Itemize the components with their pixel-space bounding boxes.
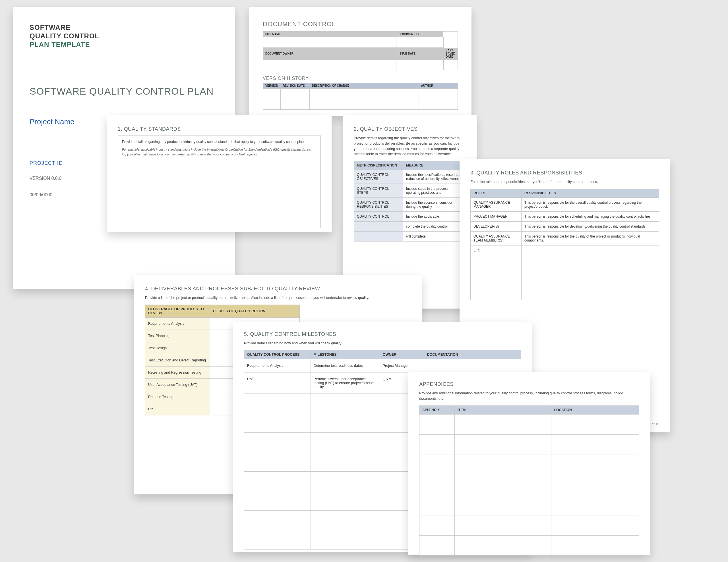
th-process: QUALITY CONTROL PROCESS bbox=[244, 350, 311, 359]
heading-appendices: APPENDICES bbox=[419, 381, 639, 387]
document-title: SOFTWARE QUALITY CONTROL PLAN bbox=[30, 86, 218, 97]
role-k: ETC. bbox=[471, 245, 522, 260]
heading-deliverables: 4. DELIVERABLES AND PROCESSES SUBJECT TO… bbox=[145, 286, 411, 292]
th-version: VERSION bbox=[263, 83, 281, 88]
subsection-version-history: VERSION HISTORY bbox=[263, 76, 458, 81]
deliverables-lead: Provide a list of the project or product… bbox=[145, 295, 412, 300]
obj-row-v: Include steps in the process operating p… bbox=[403, 184, 466, 198]
th-location: LOCATION bbox=[551, 405, 639, 414]
obj-row-k: QUALITY CONTROL OBJECTIVES bbox=[354, 170, 403, 184]
th-file-name: FILE NAME bbox=[263, 32, 396, 37]
heading-quality-roles: 3. QUALITY ROLES AND RESPONSIBILITIES bbox=[470, 170, 659, 176]
appendices-lead: Provide any additional information relat… bbox=[419, 391, 639, 401]
deliverable-row: Test Execution and Defect Reporting bbox=[145, 354, 210, 366]
obj-row-v: Include the specifications, resources, r… bbox=[403, 170, 466, 184]
deliverable-row: Requirements Analysis bbox=[145, 317, 210, 329]
appendices-table: APPENDIX ITEM LOCATION bbox=[419, 405, 639, 556]
obj-row-v: will complete bbox=[403, 232, 466, 242]
th-document-owner: DOCUMENT OWNER bbox=[263, 48, 396, 60]
mile-owner: Project Manager bbox=[380, 359, 424, 372]
obj-row-v: Include the sponsors, consider during th… bbox=[403, 198, 466, 212]
th-responsibilities: RESPONSIBILITIES bbox=[522, 189, 659, 198]
roles-lead: Enter the roles and responsibilities tha… bbox=[470, 179, 659, 185]
standards-instruction-box: Provide details regarding any product or… bbox=[118, 136, 321, 228]
role-k: PROJECT MANAGER bbox=[471, 212, 522, 221]
deliverable-row: Release Testing bbox=[145, 391, 210, 403]
th-measure: MEASURE bbox=[403, 161, 466, 170]
deliverable-row: Test Planning bbox=[145, 329, 210, 342]
template-title-line2: QUALITY CONTROL bbox=[30, 32, 218, 40]
objectives-lead: Provide details regarding the quality co… bbox=[354, 136, 466, 157]
role-k: QUALITY ASSURANCE MANAGER bbox=[471, 198, 522, 212]
role-v: This person is responsible for the overa… bbox=[522, 198, 659, 212]
obj-row-v: Include the applicable bbox=[403, 212, 466, 222]
document-canvas: SOFTWARE QUALITY CONTROL PLAN TEMPLATE S… bbox=[0, 0, 728, 562]
th-document-id: DOCUMENT ID bbox=[396, 32, 444, 37]
obj-row-k: QUALITY CONTROL RESPONSIBILITIES bbox=[354, 198, 403, 212]
role-v: This person is responsible for schedulin… bbox=[522, 212, 659, 221]
deliverable-row: Test Design bbox=[145, 342, 210, 354]
th-milestones: MILESTONES bbox=[311, 350, 380, 359]
th-item: ITEM bbox=[454, 405, 551, 414]
deliverable-row: User Acceptance Testing (UAT) bbox=[145, 378, 210, 391]
obj-row-k: QUALITY CONTROL bbox=[354, 212, 403, 222]
version-history-table: VERSION REVISION DATE DESCRIPTION OF CHA… bbox=[263, 83, 458, 110]
mile-process: Requirements Analysis bbox=[244, 359, 311, 372]
role-v bbox=[522, 245, 659, 260]
th-owner: OWNER bbox=[380, 350, 424, 359]
heading-milestones: 5. QUALITY CONTROL MILESTONES bbox=[244, 331, 521, 337]
template-title-line1: SOFTWARE bbox=[30, 23, 218, 32]
template-title-line3: PLAN TEMPLATE bbox=[30, 40, 218, 49]
page-document-control: DOCUMENT CONTROL FILE NAME DOCUMENT ID D… bbox=[249, 7, 471, 116]
obj-row-k: QUALITY CONTROL STEPS bbox=[354, 184, 403, 198]
roles-table: ROLES RESPONSIBILITIES QUALITY ASSURANCE… bbox=[470, 189, 659, 300]
th-metric: METRIC/SPECIFICATION bbox=[354, 161, 403, 170]
th-documentation: DOCUMENTATION bbox=[424, 350, 521, 359]
th-roles: ROLES bbox=[471, 189, 522, 198]
th-last-saved: LAST SAVED DATE bbox=[443, 48, 458, 60]
th-appendix: APPENDIX bbox=[419, 405, 455, 414]
th-issue-date: ISSUE DATE bbox=[396, 48, 444, 60]
mile-milestone: Determine test readiness dates bbox=[311, 359, 380, 372]
standards-para2: For example, applicable industry standar… bbox=[122, 147, 317, 157]
mile-process: UAT bbox=[244, 372, 311, 393]
th-details: DETAILS OF QUALITY REVIEW bbox=[210, 304, 300, 317]
th-revision-date: REVISION DATE bbox=[280, 83, 310, 88]
role-v: This person is responsible for the quali… bbox=[522, 231, 659, 245]
deliverable-row: Retesting and Regression Testing bbox=[145, 366, 210, 378]
heading-quality-standards: 1. QUALITY STANDARDS bbox=[118, 126, 321, 132]
th-description: DESCRIPTION OF CHANGE bbox=[310, 83, 419, 88]
role-k: DEVELOPER(S) bbox=[471, 221, 522, 231]
th-deliverable: DELIVERABLE OR PROCESS TO REVIEW bbox=[145, 304, 210, 317]
th-author: AUTHOR bbox=[419, 83, 458, 88]
file-info-table: FILE NAME DOCUMENT ID DOCUMENT OWNER ISS… bbox=[263, 31, 458, 70]
role-v: This person is responsible for developin… bbox=[522, 221, 659, 231]
obj-row-k bbox=[354, 222, 403, 232]
objectives-table: METRIC/SPECIFICATION MEASURE QUALITY CON… bbox=[354, 161, 466, 242]
standards-para1: Provide details regarding any product or… bbox=[122, 140, 305, 144]
page-quality-standards: 1. QUALITY STANDARDS Provide details reg… bbox=[107, 115, 332, 232]
heading-quality-objectives: 2. QUALITY OBJECTIVES bbox=[354, 126, 466, 132]
milestones-lead: Provide details regarding how and when y… bbox=[244, 341, 521, 346]
deliverable-row: Etc. bbox=[145, 403, 210, 415]
mile-milestone: Perform 1-week user acceptance testing (… bbox=[311, 372, 380, 393]
page-appendices: APPENDICES Provide any additional inform… bbox=[408, 372, 650, 555]
section-title-document-control: DOCUMENT CONTROL bbox=[263, 20, 458, 28]
role-k: QUALITY ASSURANCE TEAM MEMBER(S) bbox=[471, 231, 522, 245]
obj-row-v: complete the quality control bbox=[403, 222, 466, 232]
obj-row-k bbox=[354, 232, 403, 242]
